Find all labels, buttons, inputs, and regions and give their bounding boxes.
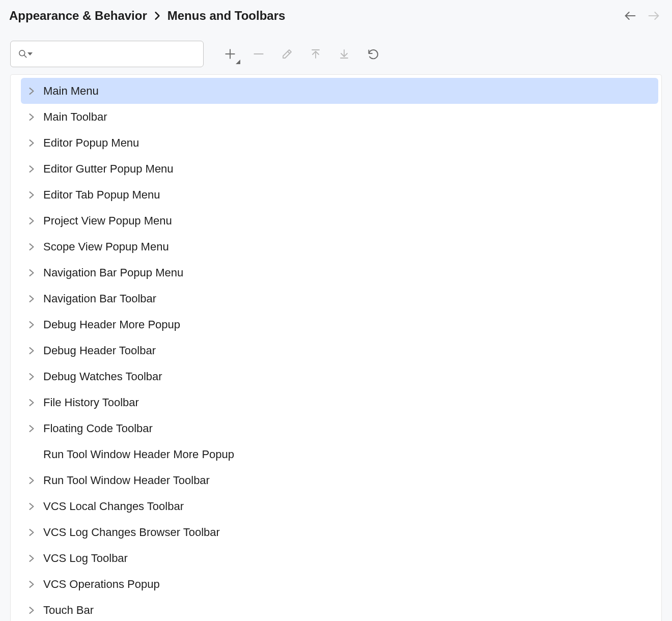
chevron-right-icon[interactable] (27, 268, 36, 277)
search-input[interactable] (34, 48, 196, 60)
tree-row[interactable]: Debug Header More Popup (21, 312, 658, 337)
search-icon (18, 49, 28, 59)
chevron-right-icon[interactable] (27, 294, 36, 303)
menu-tree[interactable]: Main MenuMain ToolbarEditor Popup MenuEd… (21, 78, 658, 621)
tree-panel: Main MenuMain ToolbarEditor Popup MenuEd… (10, 74, 662, 621)
chevron-right-icon[interactable] (27, 138, 36, 148)
tree-row-label: Debug Watches Toolbar (43, 370, 162, 383)
tree-row[interactable]: Main Toolbar (21, 104, 658, 130)
tree-row[interactable]: Debug Header Toolbar (21, 337, 658, 363)
tree-row-label: Debug Header Toolbar (43, 344, 156, 357)
chevron-right-icon[interactable] (27, 216, 36, 225)
tree-row-label: Scope View Popup Menu (43, 240, 169, 253)
search-field[interactable] (10, 41, 204, 67)
tree-row-label: VCS Operations Popup (43, 578, 160, 591)
breadcrumb-current: Menus and Toolbars (167, 9, 286, 23)
svg-marker-4 (27, 52, 33, 55)
tree-row[interactable]: Scope View Popup Menu (21, 234, 658, 260)
chevron-right-icon[interactable] (27, 580, 36, 589)
tree-row[interactable]: VCS Local Changes Toolbar (21, 493, 658, 519)
tree-row[interactable]: Editor Gutter Popup Menu (21, 156, 658, 182)
tree-row[interactable]: Navigation Bar Toolbar (21, 286, 658, 312)
tree-row[interactable]: VCS Log Changes Browser Toolbar (21, 519, 658, 545)
tree-row[interactable]: Floating Code Toolbar (21, 415, 658, 441)
chevron-right-icon[interactable] (27, 476, 36, 485)
tree-row[interactable]: Project View Popup Menu (21, 208, 658, 234)
move-up-button[interactable] (306, 45, 325, 63)
chevron-right-icon (154, 11, 160, 20)
svg-marker-7 (236, 60, 240, 64)
breadcrumb: Appearance & Behavior Menus and Toolbars (9, 9, 285, 23)
remove-button[interactable] (249, 45, 268, 63)
tree-row[interactable]: Run Tool Window Header Toolbar (21, 467, 658, 493)
tree-row[interactable]: File History Toolbar (21, 389, 658, 415)
tree-row-label: VCS Log Changes Browser Toolbar (43, 526, 220, 539)
tree-row[interactable]: Editor Tab Popup Menu (21, 182, 658, 208)
chevron-right-icon[interactable] (27, 112, 36, 122)
tree-row-label: Debug Header More Popup (43, 318, 180, 331)
toolbar-row (0, 29, 672, 73)
chevron-right-icon[interactable] (27, 528, 36, 537)
back-button[interactable] (623, 9, 637, 23)
tree-row[interactable]: Touch Bar (21, 597, 658, 621)
tree-row-label: Run Tool Window Header Toolbar (43, 474, 210, 487)
nav-arrows (623, 9, 661, 23)
chevron-right-icon[interactable] (27, 242, 36, 251)
tree-row-label: Editor Tab Popup Menu (43, 188, 160, 202)
forward-button[interactable] (647, 9, 661, 23)
chevron-right-icon[interactable] (27, 606, 36, 615)
tree-row-label: Main Menu (43, 84, 99, 98)
tree-row-label: Run Tool Window Header More Popup (43, 448, 234, 461)
tree-row[interactable]: Run Tool Window Header More Popup (21, 441, 658, 467)
tree-row-label: VCS Log Toolbar (43, 552, 128, 565)
tree-row-label: Navigation Bar Toolbar (43, 292, 156, 305)
chevron-right-icon[interactable] (27, 320, 36, 329)
tree-row-label: Touch Bar (43, 604, 94, 617)
settings-header: Appearance & Behavior Menus and Toolbars (0, 0, 672, 29)
chevron-down-icon[interactable] (27, 51, 33, 57)
svg-line-3 (24, 55, 26, 58)
tree-row[interactable]: Main Menu (21, 78, 658, 104)
tree-row[interactable]: Editor Popup Menu (21, 130, 658, 156)
chevron-right-icon[interactable] (27, 190, 36, 200)
reset-button[interactable] (363, 45, 382, 63)
breadcrumb-parent[interactable]: Appearance & Behavior (9, 9, 147, 23)
svg-line-9 (288, 51, 290, 53)
tree-row-label: Project View Popup Menu (43, 214, 172, 228)
tree-row-label: Editor Gutter Popup Menu (43, 162, 174, 176)
tree-row[interactable]: VCS Log Toolbar (21, 545, 658, 571)
tree-row-label: Navigation Bar Popup Menu (43, 266, 183, 279)
tree-row-label: Floating Code Toolbar (43, 422, 153, 435)
chevron-right-icon[interactable] (27, 372, 36, 381)
tree-row[interactable]: Debug Watches Toolbar (21, 363, 658, 389)
tree-row-label: Editor Popup Menu (43, 136, 139, 150)
tree-row[interactable]: VCS Operations Popup (21, 571, 658, 597)
tree-row[interactable]: Navigation Bar Popup Menu (21, 260, 658, 286)
chevron-right-icon[interactable] (27, 346, 36, 355)
tree-row-label: VCS Local Changes Toolbar (43, 500, 184, 513)
action-icons (216, 45, 382, 63)
chevron-right-icon[interactable] (27, 502, 36, 511)
tree-row-label: Main Toolbar (43, 110, 107, 124)
chevron-right-icon[interactable] (27, 398, 36, 407)
chevron-right-icon[interactable] (27, 424, 36, 433)
chevron-right-icon[interactable] (27, 87, 36, 96)
tree-row-label: File History Toolbar (43, 396, 139, 409)
chevron-right-icon[interactable] (27, 164, 36, 174)
chevron-right-icon[interactable] (27, 554, 36, 563)
add-button[interactable] (221, 45, 239, 63)
move-down-button[interactable] (335, 45, 353, 63)
edit-button[interactable] (278, 45, 296, 63)
